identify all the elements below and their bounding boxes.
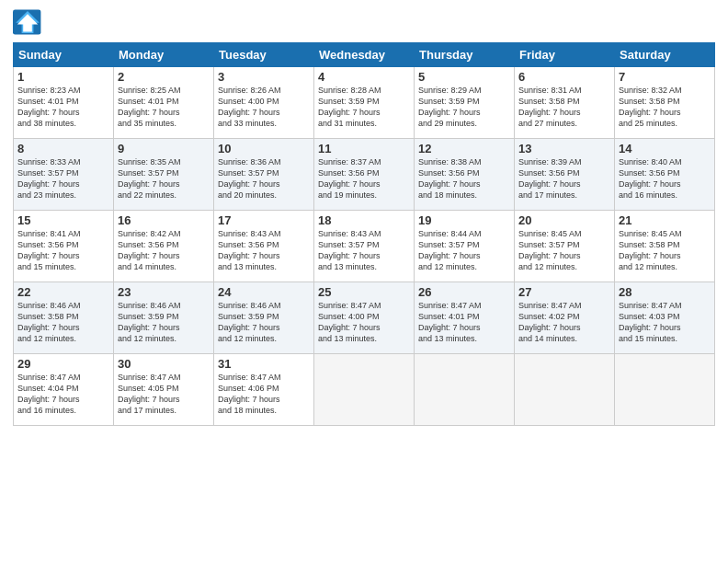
week-row-3: 15Sunrise: 8:41 AMSunset: 3:56 PMDayligh…: [14, 211, 715, 282]
day-number: 10: [218, 142, 310, 155]
cell-info: Sunrise: 8:31 AMSunset: 3:58 PMDaylight:…: [518, 85, 610, 130]
day-number: 9: [118, 142, 210, 155]
day-number: 28: [619, 285, 711, 299]
calendar-cell: 23Sunrise: 8:46 AMSunset: 3:59 PMDayligh…: [114, 282, 214, 354]
calendar-cell: 12Sunrise: 8:38 AMSunset: 3:56 PMDayligh…: [415, 139, 515, 211]
week-row-2: 8Sunrise: 8:33 AMSunset: 3:57 PMDaylight…: [14, 139, 715, 211]
day-number: 17: [218, 213, 310, 227]
calendar-cell: 28Sunrise: 8:47 AMSunset: 4:03 PMDayligh…: [615, 282, 715, 354]
calendar-cell: 6Sunrise: 8:31 AMSunset: 3:58 PMDaylight…: [515, 67, 615, 139]
calendar-cell: 27Sunrise: 8:47 AMSunset: 4:02 PMDayligh…: [515, 282, 615, 354]
day-number: 2: [118, 70, 210, 84]
calendar-cell: [314, 354, 415, 426]
cell-info: Sunrise: 8:33 AMSunset: 3:57 PMDaylight:…: [17, 156, 109, 201]
cell-info: Sunrise: 8:42 AMSunset: 3:56 PMDaylight:…: [118, 228, 210, 273]
logo: [13, 9, 46, 35]
calendar-cell: [615, 354, 715, 426]
cell-info: Sunrise: 8:46 AMSunset: 3:59 PMDaylight:…: [118, 300, 210, 345]
day-number: 12: [418, 142, 510, 155]
header: [13, 9, 715, 35]
day-number: 5: [418, 70, 510, 84]
cell-info: Sunrise: 8:37 AMSunset: 3:56 PMDaylight:…: [318, 156, 410, 201]
day-number: 11: [318, 142, 410, 155]
weekday-header-sunday: Sunday: [14, 43, 114, 67]
day-number: 23: [118, 285, 210, 299]
cell-info: Sunrise: 8:29 AMSunset: 3:59 PMDaylight:…: [418, 85, 510, 130]
weekday-header-saturday: Saturday: [615, 43, 715, 67]
weekday-header-tuesday: Tuesday: [214, 43, 314, 67]
cell-info: Sunrise: 8:40 AMSunset: 3:56 PMDaylight:…: [619, 156, 711, 201]
cell-info: Sunrise: 8:46 AMSunset: 3:58 PMDaylight:…: [17, 300, 109, 345]
cell-info: Sunrise: 8:36 AMSunset: 3:57 PMDaylight:…: [218, 156, 310, 201]
day-number: 4: [318, 70, 410, 84]
calendar-cell: 2Sunrise: 8:25 AMSunset: 4:01 PMDaylight…: [114, 67, 214, 139]
calendar-cell: 29Sunrise: 8:47 AMSunset: 4:04 PMDayligh…: [14, 354, 114, 426]
day-number: 14: [619, 142, 711, 155]
day-number: 19: [418, 213, 510, 227]
cell-info: Sunrise: 8:47 AMSunset: 4:05 PMDaylight:…: [118, 372, 210, 417]
cell-info: Sunrise: 8:28 AMSunset: 3:59 PMDaylight:…: [318, 85, 410, 130]
cell-info: Sunrise: 8:35 AMSunset: 3:57 PMDaylight:…: [118, 156, 210, 201]
week-row-1: 1Sunrise: 8:23 AMSunset: 4:01 PMDaylight…: [14, 67, 715, 139]
cell-info: Sunrise: 8:38 AMSunset: 3:56 PMDaylight:…: [418, 156, 510, 201]
day-number: 24: [218, 285, 310, 299]
cell-info: Sunrise: 8:45 AMSunset: 3:57 PMDaylight:…: [518, 228, 610, 273]
day-number: 20: [518, 213, 610, 227]
cell-info: Sunrise: 8:47 AMSunset: 4:03 PMDaylight:…: [619, 300, 711, 345]
week-row-5: 29Sunrise: 8:47 AMSunset: 4:04 PMDayligh…: [14, 354, 715, 426]
calendar-cell: 5Sunrise: 8:29 AMSunset: 3:59 PMDaylight…: [415, 67, 515, 139]
day-number: 18: [318, 213, 410, 227]
day-number: 15: [17, 213, 109, 227]
cell-info: Sunrise: 8:43 AMSunset: 3:57 PMDaylight:…: [318, 228, 410, 273]
calendar-cell: [515, 354, 615, 426]
weekday-header-thursday: Thursday: [415, 43, 515, 67]
cell-info: Sunrise: 8:47 AMSunset: 4:02 PMDaylight:…: [518, 300, 610, 345]
calendar-cell: 11Sunrise: 8:37 AMSunset: 3:56 PMDayligh…: [314, 139, 415, 211]
calendar-cell: 9Sunrise: 8:35 AMSunset: 3:57 PMDaylight…: [114, 139, 214, 211]
cell-info: Sunrise: 8:44 AMSunset: 3:57 PMDaylight:…: [418, 228, 510, 273]
day-number: 1: [17, 70, 109, 84]
cell-info: Sunrise: 8:45 AMSunset: 3:58 PMDaylight:…: [619, 228, 711, 273]
day-number: 8: [17, 142, 109, 155]
cell-info: Sunrise: 8:47 AMSunset: 4:00 PMDaylight:…: [318, 300, 410, 345]
calendar-cell: 26Sunrise: 8:47 AMSunset: 4:01 PMDayligh…: [415, 282, 515, 354]
calendar-cell: 24Sunrise: 8:46 AMSunset: 3:59 PMDayligh…: [214, 282, 314, 354]
day-number: 13: [518, 142, 610, 155]
week-row-4: 22Sunrise: 8:46 AMSunset: 3:58 PMDayligh…: [14, 282, 715, 354]
calendar-cell: 30Sunrise: 8:47 AMSunset: 4:05 PMDayligh…: [114, 354, 214, 426]
cell-info: Sunrise: 8:46 AMSunset: 3:59 PMDaylight:…: [218, 300, 310, 345]
day-number: 6: [518, 70, 610, 84]
cell-info: Sunrise: 8:47 AMSunset: 4:04 PMDaylight:…: [17, 372, 109, 417]
cell-info: Sunrise: 8:43 AMSunset: 3:56 PMDaylight:…: [218, 228, 310, 273]
calendar-cell: 13Sunrise: 8:39 AMSunset: 3:56 PMDayligh…: [515, 139, 615, 211]
weekday-header-friday: Friday: [515, 43, 615, 67]
cell-info: Sunrise: 8:47 AMSunset: 4:01 PMDaylight:…: [418, 300, 510, 345]
day-number: 30: [118, 357, 210, 371]
header-row: SundayMondayTuesdayWednesdayThursdayFrid…: [14, 43, 715, 67]
calendar-cell: 19Sunrise: 8:44 AMSunset: 3:57 PMDayligh…: [415, 211, 515, 282]
calendar-cell: 7Sunrise: 8:32 AMSunset: 3:58 PMDaylight…: [615, 67, 715, 139]
calendar-cell: 20Sunrise: 8:45 AMSunset: 3:57 PMDayligh…: [515, 211, 615, 282]
cell-info: Sunrise: 8:41 AMSunset: 3:56 PMDaylight:…: [17, 228, 109, 273]
calendar-cell: 1Sunrise: 8:23 AMSunset: 4:01 PMDaylight…: [14, 67, 114, 139]
calendar-cell: 31Sunrise: 8:47 AMSunset: 4:06 PMDayligh…: [214, 354, 314, 426]
cell-info: Sunrise: 8:23 AMSunset: 4:01 PMDaylight:…: [17, 85, 109, 130]
calendar-table: SundayMondayTuesdayWednesdayThursdayFrid…: [13, 42, 715, 426]
day-number: 7: [619, 70, 711, 84]
calendar-cell: 8Sunrise: 8:33 AMSunset: 3:57 PMDaylight…: [14, 139, 114, 211]
cell-info: Sunrise: 8:39 AMSunset: 3:56 PMDaylight:…: [518, 156, 610, 201]
day-number: 26: [418, 285, 510, 299]
day-number: 27: [518, 285, 610, 299]
cell-info: Sunrise: 8:26 AMSunset: 4:00 PMDaylight:…: [218, 85, 310, 130]
cell-info: Sunrise: 8:32 AMSunset: 3:58 PMDaylight:…: [619, 85, 711, 130]
calendar-cell: 18Sunrise: 8:43 AMSunset: 3:57 PMDayligh…: [314, 211, 415, 282]
day-number: 16: [118, 213, 210, 227]
cell-info: Sunrise: 8:47 AMSunset: 4:06 PMDaylight:…: [218, 372, 310, 417]
logo-icon: [13, 9, 42, 35]
calendar-cell: 25Sunrise: 8:47 AMSunset: 4:00 PMDayligh…: [314, 282, 415, 354]
calendar-cell: 3Sunrise: 8:26 AMSunset: 4:00 PMDaylight…: [214, 67, 314, 139]
calendar-cell: 16Sunrise: 8:42 AMSunset: 3:56 PMDayligh…: [114, 211, 214, 282]
calendar-cell: 22Sunrise: 8:46 AMSunset: 3:58 PMDayligh…: [14, 282, 114, 354]
calendar-cell: 10Sunrise: 8:36 AMSunset: 3:57 PMDayligh…: [214, 139, 314, 211]
calendar-cell: 15Sunrise: 8:41 AMSunset: 3:56 PMDayligh…: [14, 211, 114, 282]
